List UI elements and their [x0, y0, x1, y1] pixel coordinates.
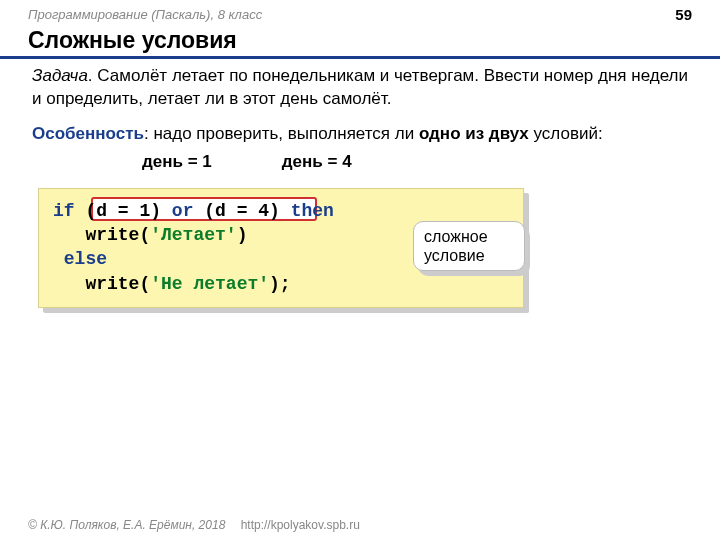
- course-name: Программирование (Паскаль), 8 класс: [28, 7, 262, 22]
- feature-paragraph: Особенность: надо проверить, выполняется…: [32, 123, 688, 146]
- slide-header: Программирование (Паскаль), 8 класс 59: [0, 0, 720, 25]
- slide-footer: © К.Ю. Поляков, Е.А. Ерёмин, 2018 http:/…: [28, 518, 360, 532]
- task-paragraph: Задача. Самолёт летает по понедельникам …: [32, 65, 688, 111]
- feature-label: Особенность: [32, 124, 144, 143]
- page-number: 59: [675, 6, 692, 23]
- code-line-1: if (d = 1) or (d = 4) then: [53, 199, 509, 223]
- feature-bold: одно из двух: [419, 124, 529, 143]
- slide-title: Сложные условия: [0, 25, 720, 59]
- feature-after: условий:: [529, 124, 603, 143]
- condition-2: день = 4: [282, 152, 352, 171]
- condition-1: день = 1: [142, 152, 212, 171]
- task-text: . Самолёт летает по понедельникам и четв…: [32, 66, 688, 108]
- footer-link: http://kpolyakov.spb.ru: [241, 518, 360, 532]
- code-line-4: write('Не летает');: [53, 272, 509, 296]
- condition-list: день = 1день = 4: [32, 152, 688, 172]
- feature-before: : надо проверить, выполняется ли: [144, 124, 419, 143]
- code-example: if (d = 1) or (d = 4) then write('Летает…: [38, 188, 682, 308]
- task-label: Задача: [32, 66, 88, 85]
- callout-box: сложное условие: [413, 221, 525, 271]
- slide-content: Задача. Самолёт летает по понедельникам …: [0, 59, 720, 308]
- copyright: © К.Ю. Поляков, Е.А. Ерёмин, 2018: [28, 518, 225, 532]
